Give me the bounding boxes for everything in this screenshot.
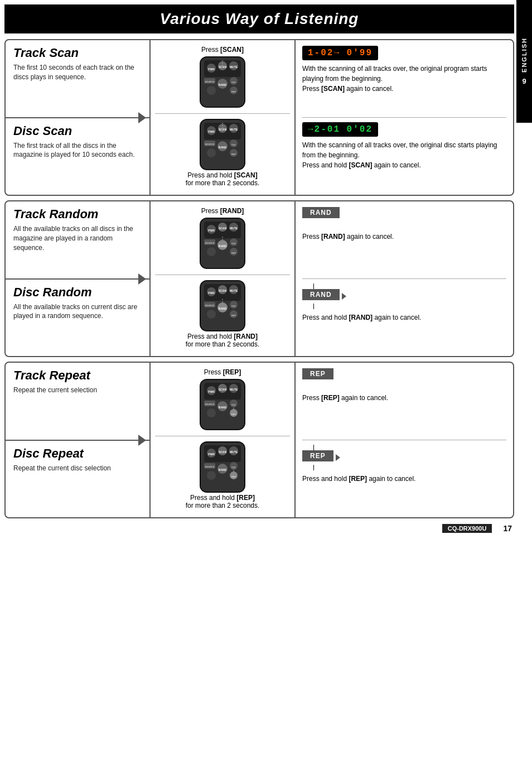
side-tab-number: 9 bbox=[522, 77, 526, 85]
scan-middle-top: Press [SCAN] PWR SCAN MUTE SOURCE bbox=[155, 46, 290, 109]
side-tab: ENGLISH 9 bbox=[516, 0, 532, 123]
side-tab-text: ENGLISH bbox=[521, 37, 528, 73]
svg-point-74 bbox=[218, 314, 227, 323]
repeat-middle-panel: Press [REP] PWR SCAN MUTE SOURCE RAND VO… bbox=[151, 363, 296, 517]
disc-scan-title: Disc Scan bbox=[13, 124, 142, 138]
scan-remote-top: PWR SCAN MUTE SOURCE RAND VOL bbox=[192, 56, 253, 109]
rand-badge-bottom-wrapper: RAND bbox=[302, 283, 506, 309]
repeat-left-panel: Track Repeat Repeat the current selectio… bbox=[6, 363, 151, 517]
svg-text:VOL: VOL bbox=[231, 305, 236, 307]
svg-text:PWR: PWR bbox=[208, 453, 215, 456]
rand-badge-arrow-row: RAND bbox=[302, 289, 346, 304]
repeat-right-panel: REP Press [REP] again to cancel. REP Pre… bbox=[296, 363, 513, 517]
svg-text:SOURCE: SOURCE bbox=[205, 143, 214, 146]
random-left-panel: Track Random All the available tracks on… bbox=[6, 201, 151, 356]
track-repeat-desc: Repeat the current selection bbox=[13, 386, 142, 395]
scan-section: Track Scan The first 10 seconds of each … bbox=[4, 39, 514, 196]
svg-text:SOURCE: SOURCE bbox=[205, 403, 214, 406]
svg-text:MUTE: MUTE bbox=[230, 388, 238, 391]
track-random-desc: All the available tracks on all discs in… bbox=[13, 224, 142, 252]
svg-text:RAND: RAND bbox=[219, 146, 227, 149]
svg-text:MUTE: MUTE bbox=[230, 65, 238, 69]
svg-text:MUTE: MUTE bbox=[230, 289, 238, 292]
svg-text:VOL: VOL bbox=[231, 242, 236, 245]
track-scan-title: Track Scan bbox=[13, 46, 142, 60]
svg-point-55 bbox=[218, 252, 227, 261]
scan-middle-panel: Press [SCAN] PWR SCAN MUTE SOURCE bbox=[151, 40, 296, 195]
svg-text:MUTE: MUTE bbox=[230, 128, 238, 131]
repeat-arrow bbox=[138, 435, 146, 446]
track-random-block: Track Random All the available tracks on… bbox=[6, 201, 149, 280]
rand-arrow-top bbox=[313, 283, 314, 289]
scan-right-bottom: →2-01 0'02 With the scanning of all trac… bbox=[302, 122, 506, 189]
repeat-right-top: REP Press [REP] again to cancel. bbox=[302, 368, 506, 440]
svg-point-36 bbox=[218, 153, 227, 162]
random-arrow bbox=[138, 273, 146, 285]
svg-text:MUTE: MUTE bbox=[230, 227, 238, 230]
svg-text:REP: REP bbox=[231, 252, 236, 254]
disc-repeat-desc: Repeat the current disc selection bbox=[13, 464, 142, 473]
repeat-right-bottom: REP Press and hold [REP] again to cancel… bbox=[302, 445, 506, 512]
scan-middle-divider bbox=[155, 113, 290, 114]
repeat-remote-bottom: PWR SCAN MUTE SOURCE RAND VOL REP bbox=[192, 441, 253, 494]
svg-text:REP: REP bbox=[231, 475, 236, 478]
svg-text:SOURCE: SOURCE bbox=[205, 304, 214, 307]
track-scan-block: Track Scan The first 10 seconds of each … bbox=[6, 40, 149, 118]
rep-badge-right-arrow bbox=[336, 454, 340, 461]
random-press-bottom-label: Press and hold [RAND]for more than 2 sec… bbox=[186, 333, 260, 348]
svg-text:SOURCE: SOURCE bbox=[205, 80, 214, 83]
disc-scan-block: Disc Scan The first track of all the dis… bbox=[6, 118, 149, 195]
disc-repeat-title: Disc Repeat bbox=[13, 446, 142, 461]
rand-badge-right-arrow bbox=[342, 293, 346, 300]
rep-badge-bottom-wrapper: REP bbox=[302, 445, 506, 470]
repeat-right-top-desc: Press [REP] again to cancel. bbox=[302, 383, 506, 403]
svg-point-35 bbox=[207, 148, 216, 157]
page-title-bar: Various Way of Listening bbox=[4, 4, 514, 33]
svg-point-92 bbox=[207, 408, 216, 417]
scan-middle-bottom: PWR SCAN MUTE SOURCE RAND VOL REP bbox=[155, 118, 290, 189]
track-repeat-title: Track Repeat bbox=[13, 368, 142, 383]
scan-remote-bottom: PWR SCAN MUTE SOURCE RAND VOL REP bbox=[192, 118, 253, 171]
model-badge: CQ-DRX900U bbox=[442, 524, 492, 533]
rep-badge-top: REP bbox=[302, 368, 333, 379]
track-repeat-block: Track Repeat Repeat the current selectio… bbox=[6, 363, 149, 441]
page-title: Various Way of Listening bbox=[16, 10, 503, 28]
rand-badge-top: RAND bbox=[302, 207, 340, 218]
disc-scan-desc: The first track of all the discs in the … bbox=[13, 141, 142, 160]
scan-press-bottom-label: Press and hold [SCAN]for more than 2 sec… bbox=[186, 171, 260, 187]
disc-random-block: Disc Random All the available tracks on … bbox=[6, 280, 149, 357]
random-middle-panel: Press [RAND] PWR SCAN MUTE SOURCE RAND V… bbox=[151, 201, 296, 356]
random-right-bottom-desc: Press and hold [RAND] again to cancel. bbox=[302, 312, 506, 323]
svg-text:RAND: RAND bbox=[219, 468, 227, 471]
svg-text:RAND: RAND bbox=[219, 406, 227, 409]
svg-point-111 bbox=[207, 471, 216, 480]
scan-right-top-desc: With the scanning of all tracks over, th… bbox=[302, 64, 506, 94]
scan-right-panel: 1-02→ 0'99 With the scanning of all trac… bbox=[296, 40, 513, 195]
scan-lcd-bottom: →2-01 0'02 bbox=[302, 122, 378, 137]
scan-press-top-label: Press [SCAN] bbox=[201, 46, 244, 54]
svg-text:PWR: PWR bbox=[208, 291, 215, 295]
svg-point-17 bbox=[218, 90, 227, 99]
scan-lcd-top: 1-02→ 0'99 bbox=[302, 46, 378, 60]
random-section: Track Random All the available tracks on… bbox=[4, 200, 514, 357]
svg-point-54 bbox=[207, 247, 216, 256]
disc-random-desc: All the available tracks on current disc… bbox=[13, 302, 142, 321]
svg-text:PWR: PWR bbox=[208, 229, 215, 232]
page-footer: CQ-DRX900U 17 bbox=[0, 524, 512, 533]
random-middle-divider bbox=[155, 275, 290, 275]
svg-text:REP: REP bbox=[231, 153, 236, 156]
main-content: Track Scan The first 10 seconds of each … bbox=[4, 39, 514, 518]
svg-text:PWR: PWR bbox=[208, 130, 215, 133]
svg-text:MUTE: MUTE bbox=[230, 450, 238, 454]
svg-point-73 bbox=[207, 310, 216, 319]
random-middle-bottom: PWR SCAN MUTE SOURCE RAND VOL REP bbox=[155, 280, 290, 350]
svg-text:RAND: RAND bbox=[219, 307, 227, 310]
random-right-panel: RAND Press [RAND] again to cancel. RAND … bbox=[296, 201, 513, 356]
disc-random-title: Disc Random bbox=[13, 285, 142, 300]
page-number: 17 bbox=[503, 524, 512, 533]
svg-text:SOURCE: SOURCE bbox=[205, 242, 214, 244]
scan-left-panel: Track Scan The first 10 seconds of each … bbox=[6, 40, 151, 195]
svg-text:VOL: VOL bbox=[231, 81, 236, 84]
svg-text:VOL: VOL bbox=[231, 403, 236, 406]
svg-text:SCAN: SCAN bbox=[219, 289, 227, 292]
